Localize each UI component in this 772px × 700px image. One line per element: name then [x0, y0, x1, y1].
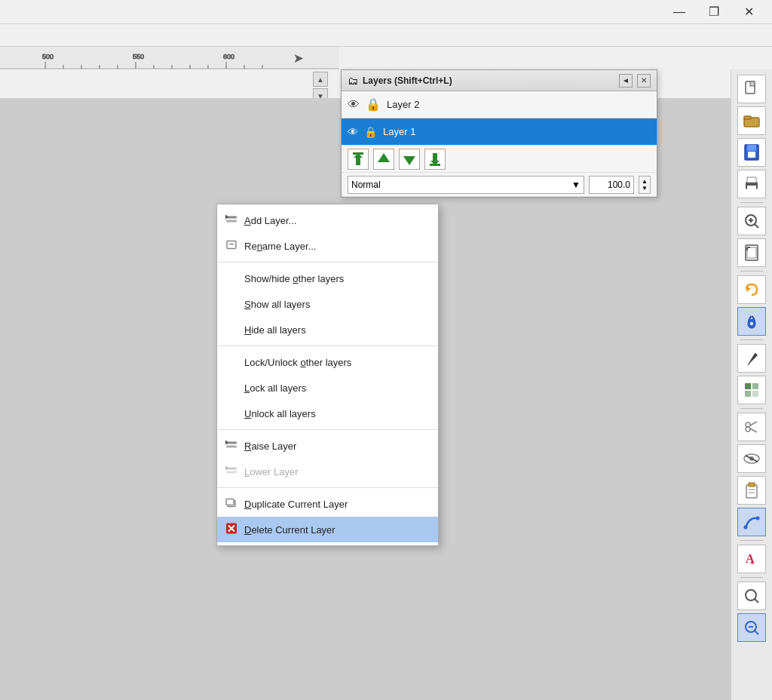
context-menu: Add Layer... Rename Layer... Show/hide o… [216, 204, 439, 546]
fit-page-button[interactable] [737, 238, 766, 267]
hide-all-label: Hide all layers [244, 324, 306, 336]
svg-marker-22 [403, 156, 415, 165]
pattern-button[interactable] [737, 376, 766, 404]
toolbar-separator-2 [740, 271, 763, 272]
zoom-in-button[interactable] [737, 207, 766, 235]
layer-eye-icon[interactable]: 👁 [348, 98, 360, 112]
lower-underline: L [244, 466, 250, 477]
curve-tool-button[interactable] [737, 508, 766, 536]
unlock-all-underline: U [244, 408, 251, 419]
zoom-button[interactable] [737, 582, 766, 610]
raise-all-button[interactable] [348, 149, 369, 170]
menu-add-layer[interactable]: Add Layer... [217, 207, 438, 233]
svg-line-70 [750, 428, 757, 432]
svg-rect-37 [226, 499, 234, 505]
lower-all-button[interactable] [424, 149, 446, 170]
svg-point-68 [746, 427, 750, 431]
svg-text:+: + [750, 559, 755, 567]
blend-mode-arrow: ▼ [571, 180, 581, 190]
hide-all-underline: H [244, 324, 251, 336]
lower-button[interactable] [399, 149, 420, 170]
layer-row-1-active[interactable]: 👁 🔒 Layer 1 [342, 118, 657, 146]
menu-delete-layer[interactable]: Delete Current Layer [217, 517, 438, 542]
menu-unlock-all[interactable]: Unlock all layers [217, 401, 438, 426]
opacity-spinner[interactable]: ▲▼ [639, 176, 651, 194]
save-button[interactable] [737, 138, 766, 167]
menu-raise-layer[interactable]: Raise Layer [217, 433, 438, 459]
clipboard-button[interactable] [737, 476, 766, 505]
raise-underline: R [244, 441, 251, 452]
ruler: 500 550 600 ➤ [0, 47, 339, 69]
restore-button[interactable]: ❐ [697, 0, 731, 24]
duplicate-layer-icon [223, 497, 240, 511]
svg-line-69 [750, 422, 757, 425]
layers-collapse-button[interactable]: ◄ [619, 74, 633, 88]
layers-panel-title: Layers (Shift+Ctrl+L) [363, 75, 614, 86]
svg-rect-42 [750, 81, 755, 86]
svg-rect-26 [226, 220, 237, 223]
svg-point-67 [746, 422, 750, 427]
svg-marker-19 [354, 153, 363, 165]
zoom-select-button[interactable] [737, 613, 766, 642]
show-hide-other-label: Show/hide other layers [244, 273, 344, 284]
svg-point-79 [756, 517, 760, 520]
lock-unlock-underline: o [300, 357, 305, 368]
svg-line-62 [748, 353, 755, 365]
add-underline: A [244, 215, 251, 226]
layer-row-2[interactable]: 👁 🔒 Layer 2 [342, 91, 657, 118]
svg-rect-31 [226, 446, 237, 448]
menu-hide-all[interactable]: Hide all layers [217, 317, 438, 342]
svg-rect-20 [353, 152, 363, 155]
scissors-button[interactable] [737, 413, 766, 441]
svg-rect-63 [745, 383, 751, 389]
rename-layer-label: Rename Layer... [244, 241, 316, 252]
svg-line-83 [755, 599, 758, 603]
svg-marker-35 [225, 466, 228, 471]
scroll-up-button[interactable]: ▲ [313, 72, 328, 87]
duplicate-layer-label: Duplicate Current Layer [244, 499, 348, 510]
raise-button[interactable] [373, 149, 394, 170]
undo-button[interactable] [737, 275, 766, 304]
layer-active-eye-icon[interactable]: 👁 [348, 126, 358, 138]
svg-rect-75 [749, 483, 755, 487]
opacity-input[interactable]: 100.0 [589, 176, 634, 194]
delete-layer-icon [223, 523, 240, 537]
rename-underline: n [257, 241, 262, 252]
svg-rect-64 [752, 383, 758, 389]
svg-rect-34 [226, 471, 237, 474]
layer-lock-icon[interactable]: 🔒 [366, 97, 381, 112]
open-file-button[interactable] [737, 106, 766, 135]
menu-show-all[interactable]: Show all layers [217, 291, 438, 317]
layers-close-button[interactable]: ✕ [637, 74, 651, 88]
raise-layer-label: Raise Layer [244, 441, 296, 452]
menu-lock-all[interactable]: Lock all layers [217, 375, 438, 401]
blend-mode-select[interactable]: Normal ▼ [348, 176, 584, 194]
show-all-underline: S [244, 299, 251, 310]
select-pen-button[interactable] [737, 307, 766, 336]
print-button[interactable] [737, 170, 766, 198]
svg-rect-50 [747, 186, 756, 190]
menu-rename-layer[interactable]: Rename Layer... [217, 233, 438, 259]
svg-point-78 [744, 526, 748, 530]
new-document-button[interactable] [737, 75, 766, 103]
svg-marker-27 [225, 215, 228, 220]
right-toolbar: A+ [731, 69, 772, 700]
svg-marker-32 [225, 441, 228, 445]
delete-layer-label: Delete Current Layer [244, 524, 335, 536]
special-view-button[interactable] [737, 444, 766, 473]
svg-marker-23 [430, 153, 440, 165]
menu-show-hide-other[interactable]: Show/hide other layers [217, 266, 438, 291]
menu-duplicate-layer[interactable]: Duplicate Current Layer [217, 491, 438, 517]
svg-rect-66 [752, 391, 758, 397]
layer-active-lock-icon[interactable]: 🔒 [364, 126, 377, 138]
lock-all-underline: L [244, 382, 250, 394]
layer-controls [342, 146, 657, 173]
pen2-button[interactable] [737, 344, 766, 373]
text-effects-button[interactable]: A+ [737, 545, 766, 573]
svg-point-60 [750, 322, 753, 325]
close-button[interactable]: ✕ [731, 0, 766, 24]
separator-4 [217, 487, 438, 488]
add-layer-label: Add Layer... [244, 215, 296, 226]
minimize-button[interactable]: — [662, 0, 697, 24]
menu-lock-unlock-other[interactable]: Lock/Unlock other layers [217, 349, 438, 375]
